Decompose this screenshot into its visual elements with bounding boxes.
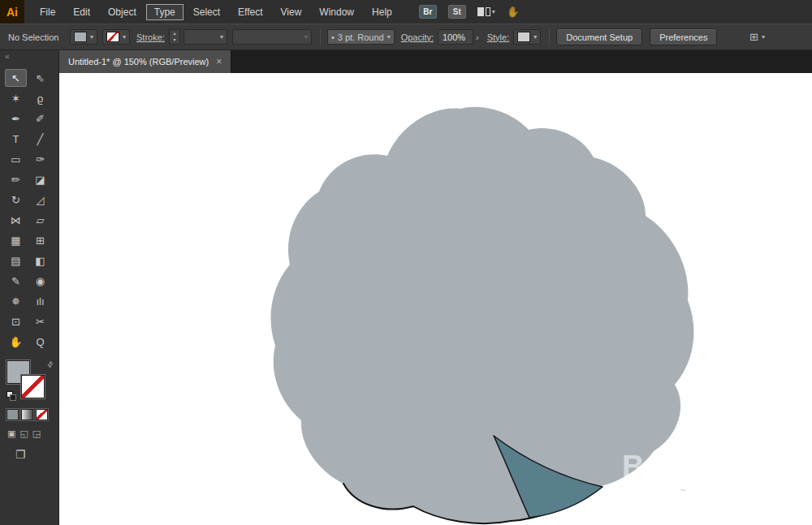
chevron-down-icon: ▾ (90, 33, 93, 41)
opacity-panel-link[interactable]: Opacity: (401, 32, 434, 42)
artboard-tool-icon: ⊡ (11, 316, 20, 328)
default-stroke-icon (10, 394, 16, 401)
shape-builder-tool[interactable]: ▦ (5, 231, 27, 249)
menu-type[interactable]: Type (146, 4, 184, 20)
curvature-tool-icon: ✐ (36, 113, 45, 125)
gradient-button[interactable] (21, 409, 33, 420)
menu-bar-right: Br St ▾ ✋ (419, 5, 520, 19)
workspace-switcher[interactable]: ▾ (477, 7, 495, 16)
zoom-tool[interactable]: Q (29, 333, 51, 351)
stepper-down-icon: ▾ (170, 37, 179, 43)
curvature-tool[interactable]: ✐ (29, 110, 51, 127)
hand-tool[interactable]: ✋ (5, 333, 27, 351)
artboard-canvas[interactable]: B B ~ (59, 73, 812, 525)
style-panel-link[interactable]: Style: (487, 32, 510, 42)
collapse-panel-icon: « (5, 52, 9, 61)
menu-select[interactable]: Select (185, 4, 228, 20)
tools-panel: « ↖⇖✶ϱ✒✐T╱▭✑✏◪↻◿⋈▱▦⊞▤◧✎◉✵ılı⊡✂✋Q ⇄ ▣◱◲ ❐ (0, 50, 59, 525)
chevron-down-icon: ▾ (304, 33, 308, 41)
free-transform-tool[interactable]: ▱ (29, 211, 51, 229)
workspace-icon-secondary (486, 7, 490, 16)
separator (320, 28, 321, 46)
lasso-tool[interactable]: ϱ (29, 89, 51, 107)
menu-view[interactable]: View (273, 4, 310, 20)
gradient-tool[interactable]: ◧ (29, 252, 51, 269)
lasso-tool-icon: ϱ (37, 93, 43, 105)
none-button[interactable] (36, 409, 48, 420)
rotate-tool-icon: ↻ (11, 194, 20, 206)
bridge-button[interactable]: Br (419, 5, 437, 19)
eraser-tool[interactable]: ◪ (29, 170, 51, 188)
direct-selection-tool[interactable]: ⇖ (29, 69, 51, 87)
document-tab-bar: Untitled-1* @ 150% (RGB/Preview) × (59, 50, 812, 73)
selection-status: No Selection (0, 32, 70, 42)
scale-tool-icon: ◿ (37, 194, 45, 206)
menu-window[interactable]: Window (311, 4, 362, 20)
brush-definition-dropdown[interactable]: • 3 pt. Round ▾ (327, 29, 395, 45)
magic-wand-tool[interactable]: ✶ (5, 89, 27, 107)
paintbrush-tool[interactable]: ✑ (29, 150, 51, 168)
zoom-tool-icon: Q (36, 336, 44, 348)
rotate-tool[interactable]: ↻ (5, 191, 27, 209)
default-fill-stroke-icon[interactable] (6, 391, 16, 401)
cs-live-hand-icon[interactable]: ✋ (507, 6, 520, 18)
shape-builder-tool-icon: ▦ (11, 235, 20, 247)
rock-shape[interactable] (270, 107, 693, 523)
artboard-tool[interactable]: ⊡ (5, 312, 27, 330)
document-setup-button[interactable]: Document Setup (556, 28, 642, 45)
variable-width-profile-dropdown[interactable]: ▾ (232, 29, 312, 45)
document-tab[interactable]: Untitled-1* @ 150% (RGB/Preview) × (59, 50, 231, 73)
column-graph-tool[interactable]: ılı (29, 292, 51, 310)
selection-tool[interactable]: ↖ (5, 69, 27, 87)
line-segment-tool-icon: ╱ (37, 133, 44, 145)
scale-tool[interactable]: ◿ (29, 191, 51, 209)
stroke-weight-stepper[interactable]: ▴ ▾ (169, 29, 180, 45)
graphic-style-dropdown[interactable]: ▾ (513, 29, 541, 45)
menu-help[interactable]: Help (364, 4, 400, 20)
screen-mode-button[interactable]: ❐ (15, 448, 26, 461)
slice-tool-icon: ✂ (36, 316, 45, 328)
perspective-grid-tool[interactable]: ⊞ (29, 231, 51, 249)
width-tool[interactable]: ⋈ (5, 211, 27, 229)
blend-tool[interactable]: ◉ (29, 272, 51, 290)
screen-mode-row: ❐ (15, 448, 58, 461)
draw-normal-button[interactable]: ▣ (7, 428, 15, 439)
artwork-svg[interactable] (59, 73, 812, 525)
line-segment-tool[interactable]: ╱ (29, 130, 51, 148)
blend-tool-icon: ◉ (36, 275, 45, 287)
pencil-tool[interactable]: ✏ (5, 170, 27, 188)
slice-tool[interactable]: ✂ (29, 312, 51, 330)
eraser-tool-icon: ◪ (35, 174, 45, 186)
opacity-input[interactable]: 100% (438, 29, 473, 45)
eyedropper-tool[interactable]: ✎ (5, 272, 27, 290)
type-tool[interactable]: T (5, 130, 27, 148)
mesh-tool[interactable]: ▤ (5, 252, 27, 269)
close-icon[interactable]: × (216, 56, 222, 67)
menu-object[interactable]: Object (100, 4, 145, 20)
magic-wand-tool-icon: ✶ (11, 93, 20, 105)
chevron-down-icon: ▾ (533, 33, 537, 41)
tool-grid: ↖⇖✶ϱ✒✐T╱▭✑✏◪↻◿⋈▱▦⊞▤◧✎◉✵ılı⊡✂✋Q (0, 69, 58, 351)
control-panel-menu[interactable]: ⊞ ▾ (749, 31, 765, 43)
draw-behind-button[interactable]: ◱ (19, 428, 28, 439)
stroke-weight-dropdown[interactable]: ▾ (184, 29, 227, 45)
menu-effect[interactable]: Effect (230, 4, 270, 20)
stroke-color-dropdown[interactable]: ▾ (102, 29, 130, 45)
draw-inside-button[interactable]: ◲ (32, 428, 41, 439)
stock-button[interactable]: St (448, 5, 466, 19)
color-button[interactable] (6, 409, 19, 420)
symbol-sprayer-tool[interactable]: ✵ (5, 292, 27, 310)
pen-tool[interactable]: ✒ (5, 110, 27, 127)
type-tool-icon: T (13, 133, 19, 145)
color-mode-row (6, 409, 58, 420)
preferences-button[interactable]: Preferences (650, 28, 717, 45)
tools-panel-header[interactable]: « (0, 50, 58, 62)
rectangle-tool[interactable]: ▭ (5, 150, 27, 168)
menu-edit[interactable]: Edit (65, 4, 98, 20)
opacity-flyout-arrow[interactable]: › (476, 32, 479, 42)
fill-color-dropdown[interactable]: ▾ (70, 29, 97, 45)
swap-fill-stroke-icon[interactable]: ⇄ (45, 359, 55, 369)
menu-file[interactable]: File (32, 4, 63, 20)
stroke-color-swatch[interactable] (21, 375, 45, 398)
stroke-panel-link[interactable]: Stroke: (136, 32, 165, 42)
